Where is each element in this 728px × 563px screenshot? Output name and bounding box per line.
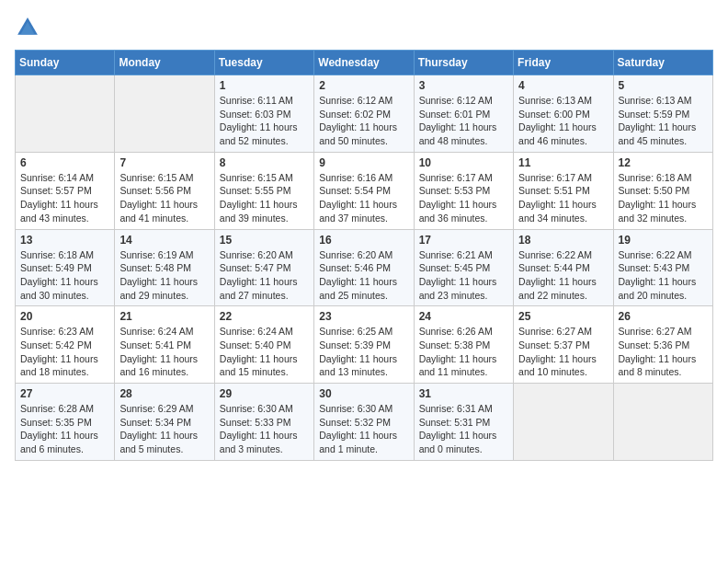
day-cell	[115, 75, 214, 153]
day-cell: 4Sunrise: 6:13 AM Sunset: 6:00 PM Daylig…	[514, 75, 613, 153]
day-info: Sunrise: 6:18 AM Sunset: 5:49 PM Dayligh…	[20, 248, 109, 303]
day-cell: 23Sunrise: 6:25 AM Sunset: 5:39 PM Dayli…	[314, 306, 414, 384]
day-number: 28	[119, 387, 209, 400]
day-cell: 28Sunrise: 6:29 AM Sunset: 5:34 PM Dayli…	[115, 384, 214, 461]
day-number: 3	[419, 79, 508, 92]
day-info: Sunrise: 6:20 AM Sunset: 5:47 PM Dayligh…	[220, 248, 309, 303]
day-number: 30	[319, 387, 408, 400]
day-cell: 12Sunrise: 6:18 AM Sunset: 5:50 PM Dayli…	[613, 152, 712, 229]
day-number: 23	[319, 310, 408, 323]
week-row-3: 13Sunrise: 6:18 AM Sunset: 5:49 PM Dayli…	[16, 229, 713, 306]
day-number: 21	[119, 310, 209, 323]
day-info: Sunrise: 6:24 AM Sunset: 5:40 PM Dayligh…	[220, 325, 309, 379]
day-cell: 24Sunrise: 6:26 AM Sunset: 5:38 PM Dayli…	[414, 306, 513, 384]
day-cell: 13Sunrise: 6:18 AM Sunset: 5:49 PM Dayli…	[16, 229, 115, 306]
day-number: 16	[319, 234, 408, 247]
day-number: 24	[419, 310, 508, 323]
day-number: 8	[220, 156, 309, 169]
day-info: Sunrise: 6:19 AM Sunset: 5:48 PM Dayligh…	[119, 248, 209, 303]
day-cell: 27Sunrise: 6:28 AM Sunset: 5:35 PM Dayli…	[16, 384, 115, 461]
col-header-tuesday: Tuesday	[214, 51, 313, 75]
calendar-table: SundayMondayTuesdayWednesdayThursdayFrid…	[15, 50, 713, 461]
day-info: Sunrise: 6:12 AM Sunset: 6:02 PM Dayligh…	[319, 94, 408, 148]
day-info: Sunrise: 6:22 AM Sunset: 5:43 PM Dayligh…	[619, 248, 708, 303]
page-header	[15, 15, 713, 40]
day-cell	[514, 384, 613, 461]
day-number: 2	[319, 79, 408, 92]
day-cell: 5Sunrise: 6:13 AM Sunset: 5:59 PM Daylig…	[613, 75, 712, 153]
day-info: Sunrise: 6:21 AM Sunset: 5:45 PM Dayligh…	[419, 248, 508, 303]
day-cell: 1Sunrise: 6:11 AM Sunset: 6:03 PM Daylig…	[214, 75, 313, 153]
day-info: Sunrise: 6:31 AM Sunset: 5:31 PM Dayligh…	[419, 402, 508, 456]
day-cell: 7Sunrise: 6:15 AM Sunset: 5:56 PM Daylig…	[115, 152, 214, 229]
day-info: Sunrise: 6:15 AM Sunset: 5:56 PM Dayligh…	[119, 171, 209, 225]
day-info: Sunrise: 6:13 AM Sunset: 5:59 PM Dayligh…	[619, 94, 708, 148]
day-info: Sunrise: 6:29 AM Sunset: 5:34 PM Dayligh…	[119, 402, 209, 456]
day-number: 19	[619, 234, 708, 247]
day-cell: 8Sunrise: 6:15 AM Sunset: 5:55 PM Daylig…	[214, 152, 313, 229]
day-cell	[613, 384, 712, 461]
day-info: Sunrise: 6:12 AM Sunset: 6:01 PM Dayligh…	[419, 94, 508, 148]
col-header-friday: Friday	[514, 51, 613, 75]
day-info: Sunrise: 6:18 AM Sunset: 5:50 PM Dayligh…	[619, 171, 708, 225]
day-cell: 9Sunrise: 6:16 AM Sunset: 5:54 PM Daylig…	[314, 152, 414, 229]
day-cell: 11Sunrise: 6:17 AM Sunset: 5:51 PM Dayli…	[514, 152, 613, 229]
day-number: 9	[319, 156, 408, 169]
day-cell: 2Sunrise: 6:12 AM Sunset: 6:02 PM Daylig…	[314, 75, 414, 153]
day-cell: 10Sunrise: 6:17 AM Sunset: 5:53 PM Dayli…	[414, 152, 513, 229]
day-info: Sunrise: 6:17 AM Sunset: 5:51 PM Dayligh…	[518, 171, 608, 225]
day-cell: 19Sunrise: 6:22 AM Sunset: 5:43 PM Dayli…	[613, 229, 712, 306]
day-info: Sunrise: 6:24 AM Sunset: 5:41 PM Dayligh…	[119, 325, 209, 379]
col-header-saturday: Saturday	[613, 51, 712, 75]
week-row-2: 6Sunrise: 6:14 AM Sunset: 5:57 PM Daylig…	[16, 152, 713, 229]
day-number: 11	[518, 156, 608, 169]
day-cell: 16Sunrise: 6:20 AM Sunset: 5:46 PM Dayli…	[314, 229, 414, 306]
calendar-header-row: SundayMondayTuesdayWednesdayThursdayFrid…	[16, 51, 713, 75]
day-number: 14	[119, 234, 209, 247]
day-number: 20	[20, 310, 109, 323]
day-number: 17	[419, 234, 508, 247]
day-info: Sunrise: 6:27 AM Sunset: 5:36 PM Dayligh…	[619, 325, 708, 379]
day-info: Sunrise: 6:30 AM Sunset: 5:33 PM Dayligh…	[220, 402, 309, 456]
day-info: Sunrise: 6:20 AM Sunset: 5:46 PM Dayligh…	[319, 248, 408, 303]
day-number: 18	[518, 234, 608, 247]
day-number: 4	[518, 79, 608, 92]
day-info: Sunrise: 6:25 AM Sunset: 5:39 PM Dayligh…	[319, 325, 408, 379]
day-cell: 17Sunrise: 6:21 AM Sunset: 5:45 PM Dayli…	[414, 229, 513, 306]
day-info: Sunrise: 6:23 AM Sunset: 5:42 PM Dayligh…	[20, 325, 109, 379]
day-cell: 25Sunrise: 6:27 AM Sunset: 5:37 PM Dayli…	[514, 306, 613, 384]
day-info: Sunrise: 6:15 AM Sunset: 5:55 PM Dayligh…	[220, 171, 309, 225]
day-number: 1	[220, 79, 309, 92]
day-cell: 26Sunrise: 6:27 AM Sunset: 5:36 PM Dayli…	[613, 306, 712, 384]
day-number: 7	[119, 156, 209, 169]
day-info: Sunrise: 6:22 AM Sunset: 5:44 PM Dayligh…	[518, 248, 608, 303]
day-info: Sunrise: 6:30 AM Sunset: 5:32 PM Dayligh…	[319, 402, 408, 456]
day-cell: 31Sunrise: 6:31 AM Sunset: 5:31 PM Dayli…	[414, 384, 513, 461]
week-row-5: 27Sunrise: 6:28 AM Sunset: 5:35 PM Dayli…	[16, 384, 713, 461]
day-cell: 18Sunrise: 6:22 AM Sunset: 5:44 PM Dayli…	[514, 229, 613, 306]
day-cell: 20Sunrise: 6:23 AM Sunset: 5:42 PM Dayli…	[16, 306, 115, 384]
day-cell: 30Sunrise: 6:30 AM Sunset: 5:32 PM Dayli…	[314, 384, 414, 461]
day-cell: 14Sunrise: 6:19 AM Sunset: 5:48 PM Dayli…	[115, 229, 214, 306]
col-header-wednesday: Wednesday	[314, 51, 414, 75]
day-number: 22	[220, 310, 309, 323]
day-cell: 21Sunrise: 6:24 AM Sunset: 5:41 PM Dayli…	[115, 306, 214, 384]
week-row-1: 1Sunrise: 6:11 AM Sunset: 6:03 PM Daylig…	[16, 75, 713, 153]
day-number: 12	[619, 156, 708, 169]
day-number: 6	[20, 156, 109, 169]
day-info: Sunrise: 6:27 AM Sunset: 5:37 PM Dayligh…	[518, 325, 608, 379]
day-number: 5	[619, 79, 708, 92]
day-number: 27	[20, 387, 109, 400]
day-info: Sunrise: 6:16 AM Sunset: 5:54 PM Dayligh…	[319, 171, 408, 225]
day-number: 15	[220, 234, 309, 247]
col-header-monday: Monday	[115, 51, 214, 75]
logo-icon	[15, 15, 40, 40]
day-info: Sunrise: 6:11 AM Sunset: 6:03 PM Dayligh…	[220, 94, 309, 148]
week-row-4: 20Sunrise: 6:23 AM Sunset: 5:42 PM Dayli…	[16, 306, 713, 384]
day-number: 31	[419, 387, 508, 400]
day-info: Sunrise: 6:14 AM Sunset: 5:57 PM Dayligh…	[20, 171, 109, 225]
day-info: Sunrise: 6:26 AM Sunset: 5:38 PM Dayligh…	[419, 325, 508, 379]
logo	[15, 15, 44, 40]
day-info: Sunrise: 6:17 AM Sunset: 5:53 PM Dayligh…	[419, 171, 508, 225]
day-cell: 29Sunrise: 6:30 AM Sunset: 5:33 PM Dayli…	[214, 384, 313, 461]
